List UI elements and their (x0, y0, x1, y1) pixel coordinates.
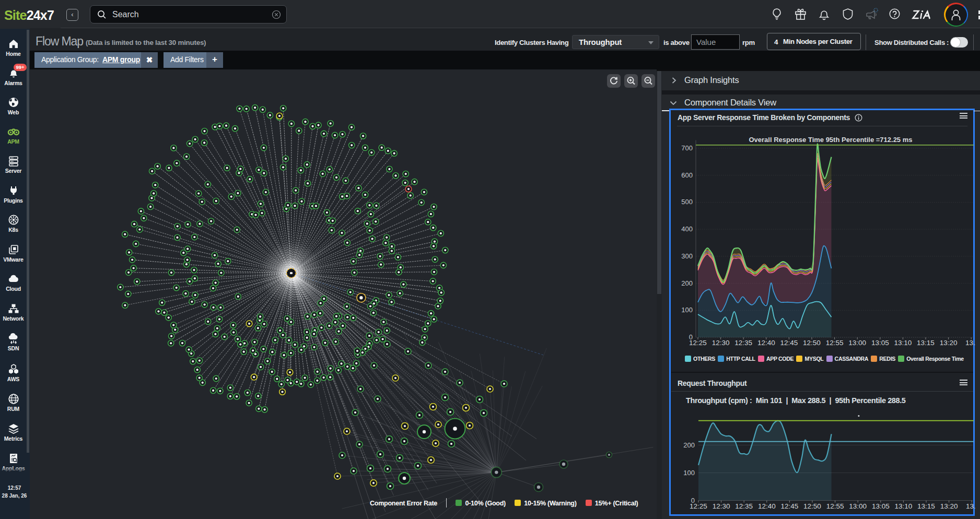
svg-text:12:40: 12:40 (757, 339, 775, 347)
svg-text:12:50: 12:50 (803, 502, 821, 510)
svg-text:100: 100 (681, 306, 693, 314)
svg-text:13..: 13.. (965, 339, 976, 347)
svg-text:12:30: 12:30 (713, 502, 730, 510)
svg-text:400: 400 (681, 225, 693, 233)
svg-text:700: 700 (681, 144, 693, 152)
svg-text:13:10: 13:10 (894, 339, 912, 347)
svg-text:13:00: 13:00 (848, 339, 866, 347)
svg-text:12:55: 12:55 (826, 339, 844, 347)
svg-text:12:30: 12:30 (712, 339, 730, 347)
svg-text:12:25: 12:25 (689, 339, 707, 347)
svg-text:12:35: 12:35 (734, 339, 752, 347)
svg-text:13:20: 13:20 (940, 502, 958, 510)
svg-text:13..: 13.. (966, 502, 976, 510)
svg-text:12:55: 12:55 (826, 502, 844, 510)
svg-text:12:35: 12:35 (735, 502, 753, 510)
svg-text:200: 200 (683, 441, 695, 449)
svg-text:12:45: 12:45 (781, 502, 799, 510)
svg-text:Overall Response Time 95th Per: Overall Response Time 95th Percentile =7… (749, 136, 912, 144)
svg-text:200: 200 (681, 279, 693, 287)
svg-text:13:15: 13:15 (917, 339, 935, 347)
svg-text:13:20: 13:20 (940, 339, 958, 347)
svg-text:13:10: 13:10 (895, 502, 913, 510)
svg-text:13:05: 13:05 (872, 502, 890, 510)
svg-text:12:45: 12:45 (780, 339, 798, 347)
svg-text:300: 300 (681, 252, 693, 260)
svg-text:500: 500 (681, 198, 693, 206)
svg-text:12:40: 12:40 (758, 502, 776, 510)
svg-text:12:25: 12:25 (690, 502, 707, 510)
svg-text:13:00: 13:00 (849, 502, 867, 510)
svg-text:12:50: 12:50 (803, 339, 821, 347)
svg-text:13:05: 13:05 (871, 339, 889, 347)
svg-text:600: 600 (681, 171, 693, 179)
svg-text:100: 100 (683, 469, 695, 477)
svg-text:13:15: 13:15 (917, 502, 935, 510)
